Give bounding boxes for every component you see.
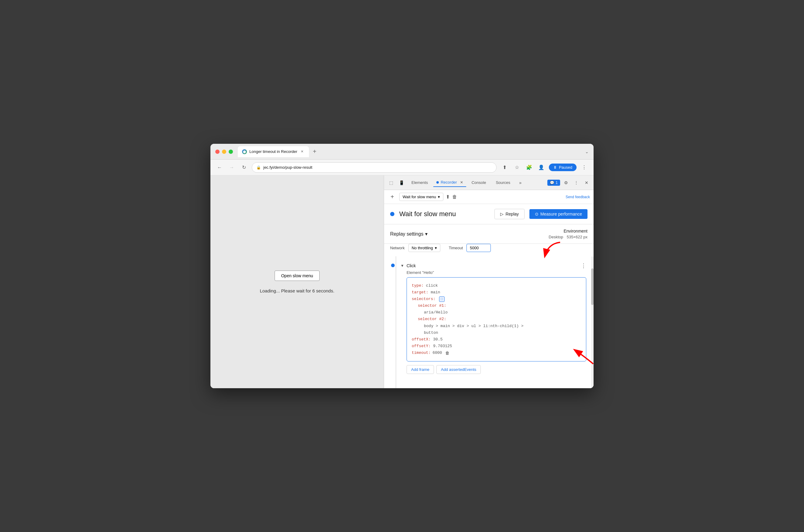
export-btn[interactable]: ⬆ — [446, 194, 450, 200]
paused-label: Paused — [559, 165, 572, 170]
measure-icon: ⊙ — [535, 212, 539, 216]
minimize-window-btn[interactable] — [222, 150, 226, 154]
tab-elements[interactable]: Elements — [407, 178, 432, 187]
delete-timeout-btn[interactable]: 🗑 — [445, 350, 449, 355]
devtools-tabs: ⬚ 📱 Elements Recorder ✕ Console Sources … — [384, 175, 594, 190]
more-menu-btn[interactable]: ⋮ — [580, 163, 589, 172]
add-frame-btn[interactable]: Add frame — [407, 365, 434, 374]
scrollbar[interactable] — [591, 256, 594, 388]
add-asserted-events-btn[interactable]: Add assertedEvents — [436, 365, 481, 374]
new-tab-btn[interactable]: + — [310, 147, 319, 156]
replay-settings-toggle[interactable]: Replay settings ▾ — [390, 231, 428, 237]
step-expand-icon[interactable]: ▼ — [400, 264, 404, 268]
replay-button[interactable]: ▷ Replay — [494, 209, 525, 219]
code-offsetX-val: 30.5 — [433, 337, 443, 342]
chat-icon: 💬 — [550, 180, 554, 185]
back-btn[interactable]: ← — [215, 163, 224, 172]
code-footer: Add frame Add assertedEvents — [407, 365, 586, 374]
delete-recording-btn[interactable]: 🗑 — [452, 194, 457, 200]
plus-icon: + — [390, 193, 394, 200]
timeout-label: Timeout — [449, 246, 463, 250]
bookmark-icon[interactable]: ☆ — [512, 163, 522, 172]
add-recording-btn[interactable]: + — [388, 192, 397, 202]
code-selector2-val: body > main > div > ul > li:nth-child(1)… — [424, 324, 524, 328]
title-bar-right: ⌄ — [585, 149, 589, 154]
extensions-icon[interactable]: 🧩 — [525, 163, 534, 172]
code-target-key: target: — [412, 290, 428, 294]
recorder-title: Wait for slow menu — [399, 210, 490, 218]
url-bar[interactable]: 🔒 jec.fyi/demo/pup-slow-result — [252, 162, 497, 173]
pause-icon: ⏸ — [553, 165, 557, 170]
code-selector2-val2: button — [424, 330, 438, 335]
maximize-window-btn[interactable] — [229, 150, 233, 154]
code-type-val: click — [426, 283, 438, 288]
selector-query-icon: ⬚ — [439, 297, 445, 302]
recording-select[interactable]: Wait for slow menu ▾ — [399, 193, 443, 201]
recorder-dot-icon — [436, 181, 439, 184]
recorder-toolbar: + Wait for slow menu ▾ ⬆ 🗑 Send feedback — [384, 190, 594, 204]
environment-size: 535×622 px — [567, 235, 587, 239]
main-area: Open slow menu Loading... Please wait fo… — [210, 175, 594, 388]
measure-label: Measure performance — [540, 212, 582, 216]
send-feedback-link[interactable]: Send feedback — [566, 195, 590, 199]
timeout-input[interactable] — [466, 244, 491, 252]
step-menu-btn[interactable]: ⋮ — [581, 262, 586, 269]
recording-status-dot — [390, 212, 394, 216]
step-content: ▼ Click ⋮ Element "Hello" type: click — [400, 262, 586, 374]
tab-close-btn[interactable]: ✕ — [300, 149, 305, 154]
timeline-line — [396, 256, 396, 388]
title-bar: ⬤ Longer timeout in Recorder ✕ + ⌄ — [210, 144, 594, 159]
red-arrow-2 — [572, 347, 594, 365]
play-icon: ▷ — [500, 212, 504, 216]
replay-settings-left: Replay settings ▾ — [390, 231, 428, 237]
share-icon[interactable]: ⬆ — [500, 163, 509, 172]
recorder-close-icon[interactable]: ✕ — [460, 180, 463, 185]
code-timeout-key: timeout: — [412, 349, 431, 356]
code-offsetY-key: offsetY: — [412, 344, 431, 348]
traffic-lights — [215, 150, 233, 154]
devtools-tabs-right: 💬 1 ⚙ ⋮ ✕ — [547, 178, 591, 187]
step-click: ▼ Click ⋮ Element "Hello" type: click — [384, 259, 591, 378]
chat-count: 1 — [556, 180, 558, 185]
code-timeout-val: 6000 — [432, 349, 442, 356]
inspect-icon[interactable]: ⬚ — [387, 178, 396, 187]
code-offsetX-key: offsetX: — [412, 337, 431, 342]
devtools-settings-icon[interactable]: ⚙ — [561, 178, 571, 187]
step-header: ▼ Click ⋮ — [400, 262, 586, 269]
devtools-close-btn[interactable]: ✕ — [582, 178, 591, 187]
network-value: No throttling — [412, 246, 433, 250]
steps-area[interactable]: ▼ Click ⋮ Element "Hello" type: click — [384, 256, 594, 388]
open-slow-menu-btn[interactable]: Open slow menu — [275, 270, 319, 281]
tab-recorder[interactable]: Recorder ✕ — [433, 178, 466, 187]
more-tabs-btn[interactable]: » — [516, 178, 525, 187]
active-tab[interactable]: ⬤ Longer timeout in Recorder ✕ — [238, 146, 309, 157]
scrollbar-thumb[interactable] — [591, 268, 594, 305]
replay-settings-row: Network No throttling ▾ Timeout — [384, 244, 594, 256]
recorder-toolbar-icons: ⬆ 🗑 — [446, 194, 457, 200]
step-type: Click — [407, 263, 416, 268]
environment-title: Environment — [548, 229, 587, 233]
window-menu-btn[interactable]: ⌄ — [585, 149, 589, 154]
forward-btn[interactable]: → — [227, 163, 236, 172]
reload-btn[interactable]: ↻ — [240, 163, 248, 172]
code-type-key: type: — [412, 283, 424, 288]
tab-container: ⬤ Longer timeout in Recorder ✕ + — [238, 146, 583, 157]
tab-console[interactable]: Console — [467, 178, 490, 187]
code-selector1-key: selector #1: — [418, 303, 446, 308]
profile-icon[interactable]: 👤 — [537, 163, 546, 172]
address-bar: ← → ↻ 🔒 jec.fyi/demo/pup-slow-result ⬆ ☆… — [210, 159, 594, 175]
close-window-btn[interactable] — [215, 150, 220, 154]
lock-icon: 🔒 — [256, 165, 261, 170]
network-label: Network — [390, 246, 405, 250]
browser-page: Open slow menu Loading... Please wait fo… — [210, 175, 384, 388]
network-throttle-select[interactable]: No throttling ▾ — [408, 244, 440, 252]
code-offsetY-val: 9.703125 — [433, 344, 452, 348]
device-icon[interactable]: 📱 — [397, 178, 406, 187]
tab-sources[interactable]: Sources — [491, 178, 515, 187]
paused-button[interactable]: ⏸ Paused — [549, 164, 577, 171]
devtools-more-icon[interactable]: ⋮ — [572, 178, 581, 187]
chat-badge[interactable]: 💬 1 — [547, 180, 560, 186]
code-selector1-val: aria/Hello — [424, 310, 448, 315]
tab-title: Longer timeout in Recorder — [249, 149, 297, 154]
measure-performance-btn[interactable]: ⊙ Measure performance — [529, 209, 587, 219]
